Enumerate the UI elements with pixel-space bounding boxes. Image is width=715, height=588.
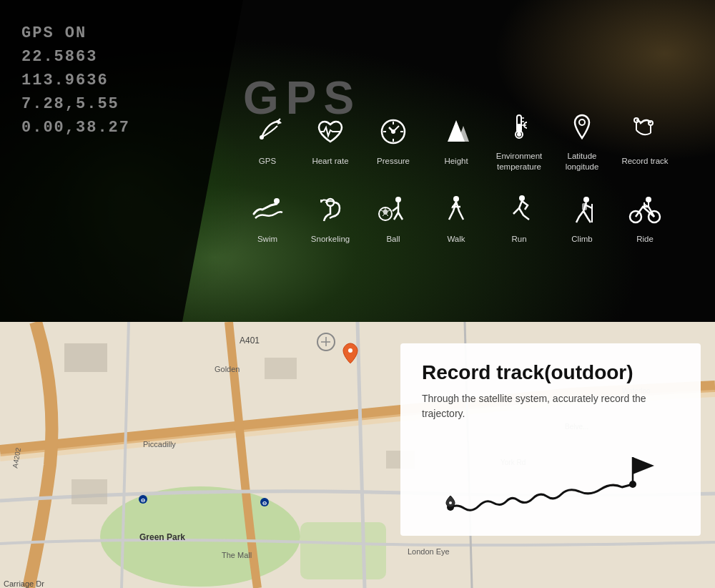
pressure-label: Pressure [377,156,410,167]
svg-line-9 [389,127,393,132]
svg-point-46 [100,486,300,587]
gps-label: GPS [259,156,276,167]
walk-item: Walk [425,194,488,245]
icon-row-1: GPS Heart rate [236,111,708,172]
svg-text:Carriage Dr: Carriage Dr [4,579,44,588]
record-track-label: Record track [621,156,668,167]
icon-row-2: Swim Snor [236,194,708,245]
snorkeling-item: Snorkeling [299,194,362,245]
svg-point-33 [453,196,459,202]
svg-rect-50 [265,358,297,379]
climb-icon [566,194,598,230]
swim-item: Swim [236,194,299,245]
svg-text:The Mall: The Mall [222,551,252,559]
info-card-title: Record track(outdoor) [422,361,679,384]
climb-item: Climb [551,194,613,245]
gps-stats: GPS ON 22.5863 113.9636 7.28,5.55 0.00,3… [21,21,130,139]
svg-line-28 [394,212,398,220]
svg-text:A401: A401 [240,335,260,346]
svg-line-8 [393,126,399,132]
ball-item: Ball [362,194,425,245]
location-icon [566,111,598,147]
run-item: Run [488,194,551,245]
svg-marker-32 [383,209,388,215]
svg-marker-72 [633,457,654,474]
bottom-section: A401 Golden Piccadilly Green Park The Ma… [0,322,715,588]
snorkeling-label: Snorkeling [311,234,350,245]
svg-point-73 [449,501,452,504]
walk-label: Walk [447,234,465,245]
record-track-icon [629,116,661,152]
svg-point-25 [327,199,334,206]
height-label: Height [444,156,468,167]
temperature-icon [503,111,535,147]
temperature-label: Environment temperature [488,151,551,172]
svg-point-34 [519,195,525,201]
gps-line2: 22.5863 [21,45,130,69]
svg-text:London Eye: London Eye [408,547,450,556]
svg-text:Golden: Golden [214,365,240,373]
ride-label: Ride [636,234,654,245]
run-icon [503,194,535,230]
svg-rect-14 [518,124,521,134]
gps-line4: 7.28,5.55 [21,92,130,116]
gps-line3: 113.9636 [21,69,130,92]
svg-point-26 [395,197,401,202]
temperature-item: Environment temperature [488,111,551,172]
ride-icon [627,194,663,230]
info-card-description: Through the satellite system, accurately… [422,391,679,421]
svg-text:Θ: Θ [262,500,267,506]
climb-label: Climb [571,234,592,245]
walk-icon [440,194,472,230]
record-track-item: Record track [613,116,676,167]
swim-icon [250,194,285,230]
latitude-item: Latitude longitude [551,111,613,172]
svg-text:Θ: Θ [141,497,145,504]
svg-line-29 [398,212,403,220]
heart-rate-item: Heart rate [299,116,362,167]
height-icon [440,116,472,152]
top-section: GPS ON 22.5863 113.9636 7.28,5.55 0.00,3… [0,0,715,322]
gps-line1: GPS ON [21,21,130,45]
ball-label: Ball [386,234,400,245]
heart-rate-icon [315,116,346,152]
gps-feature-item: GPS [236,116,299,167]
ride-item: Ride [613,194,676,245]
icons-section: GPS Heart rate [236,111,708,245]
svg-text:Piccadilly: Piccadilly [143,440,176,449]
track-path-svg [429,436,672,521]
svg-point-35 [583,197,589,202]
heart-rate-label: Heart rate [312,156,348,167]
svg-rect-48 [64,343,107,372]
pressure-item: Pressure [362,116,425,167]
svg-point-38 [646,197,651,202]
info-card: Record track(outdoor) Through the satell… [400,343,701,536]
page-wrapper: GPS ON 22.5863 113.9636 7.28,5.55 0.00,3… [0,0,715,588]
svg-rect-37 [582,203,587,210]
gps-icon [252,116,283,152]
latitude-label: Latitude longitude [551,151,613,172]
height-item: Height [425,116,488,167]
swim-label: Swim [257,234,277,245]
snorkeling-icon [312,194,348,230]
svg-point-19 [579,119,585,125]
run-label: Run [511,234,526,245]
pressure-icon [378,116,409,152]
gps-line5: 0.00,38.27 [21,116,130,139]
svg-point-63 [348,348,352,353]
ball-icon [375,194,411,230]
svg-text:Green Park: Green Park [139,532,185,542]
svg-rect-47 [300,522,386,579]
svg-rect-49 [72,479,107,504]
svg-point-15 [517,132,521,137]
